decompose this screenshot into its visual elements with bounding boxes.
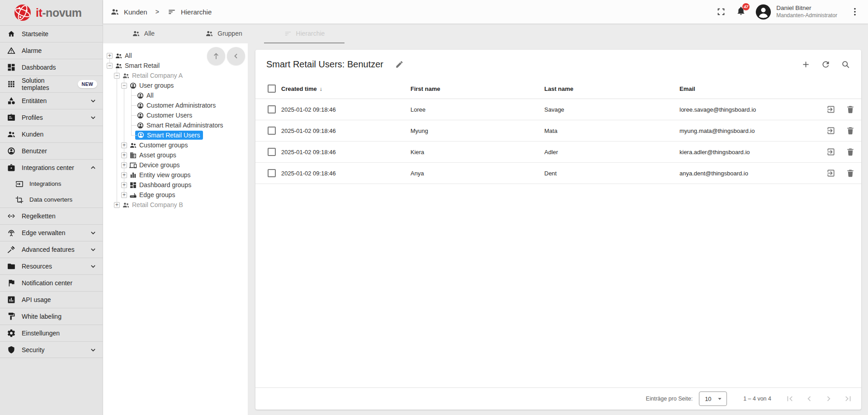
- select-all-checkbox[interactable]: [268, 85, 276, 93]
- sidebar-item-security[interactable]: Security: [0, 341, 103, 358]
- sidebar-item-notification-center[interactable]: Notification center: [0, 274, 103, 291]
- sidebar-item-integrations[interactable]: Integrations: [0, 176, 103, 192]
- table-row[interactable]: 2025-01-02 09:18:46 Anya Dent anya.dent@…: [255, 163, 861, 184]
- tree-node-entity-view-groups[interactable]: Entity view groups: [103, 170, 248, 180]
- folder-icon: [7, 262, 16, 271]
- sidebar-item-entitaeten[interactable]: Entitäten: [0, 92, 103, 109]
- more-menu-button[interactable]: [850, 7, 860, 17]
- tree-node-device-groups[interactable]: Device groups: [103, 160, 248, 170]
- login-as-user-button[interactable]: [826, 126, 835, 135]
- pencil-icon: [395, 60, 404, 69]
- sidebar-item-einstellungen[interactable]: Einstellungen: [0, 325, 103, 341]
- tree-expand-icon[interactable]: [121, 142, 127, 148]
- tree-node-customer-users[interactable]: Customer Users: [103, 110, 248, 120]
- sidebar-item-api-usage[interactable]: API usage: [0, 291, 103, 308]
- email-cell: loree.savage@thingsboard.io: [679, 106, 811, 113]
- tree-expand-icon[interactable]: [121, 152, 127, 158]
- table-row[interactable]: 2025-01-02 09:18:46 Myung Mata myung.mat…: [255, 120, 861, 141]
- last-name-cell: Savage: [544, 106, 679, 113]
- sidebar-item-advanced-features[interactable]: Advanced features: [0, 241, 103, 258]
- tab-hierarchie[interactable]: Hierarchie: [264, 24, 344, 43]
- prev-page-button[interactable]: [804, 394, 814, 404]
- breadcrumb-kunden[interactable]: Kunden: [124, 8, 147, 16]
- column-header-first-name[interactable]: First name: [410, 85, 544, 92]
- sidebar-item-alarme[interactable]: Alarme: [0, 42, 103, 59]
- sidebar-item-integrations-center[interactable]: Integrations center: [0, 159, 103, 176]
- table-row[interactable]: 2025-01-02 09:18:46 Loree Savage loree.s…: [255, 99, 861, 120]
- tree-node-smart-retail[interactable]: Smart Retail: [103, 61, 248, 71]
- fullscreen-button[interactable]: [716, 7, 726, 17]
- tree-node-user-groups[interactable]: User groups: [103, 80, 248, 90]
- sidebar-item-kunden[interactable]: Kunden: [0, 126, 103, 142]
- sidebar-item-resources[interactable]: Resources: [0, 258, 103, 274]
- tree-expand-icon[interactable]: [121, 192, 127, 198]
- tree-expand-icon[interactable]: [107, 53, 113, 59]
- email-cell: kiera.adler@thingsboard.io: [679, 149, 811, 156]
- tree-node-asset-groups[interactable]: Asset groups: [103, 150, 248, 160]
- tree-node-customer-groups[interactable]: Customer groups: [103, 140, 248, 150]
- column-header-email[interactable]: Email: [679, 85, 811, 92]
- sidebar-item-startseite[interactable]: Startseite: [0, 25, 103, 42]
- delete-user-button[interactable]: [846, 126, 855, 135]
- first-name-cell: Anya: [410, 170, 544, 177]
- tree-node-dashboard-groups[interactable]: Dashboard groups: [103, 180, 248, 190]
- row-checkbox[interactable]: [268, 148, 276, 156]
- tree-expand-icon[interactable]: [121, 162, 127, 168]
- sidebar-item-solution-templates[interactable]: Solution templatesNEW: [0, 75, 103, 92]
- delete-user-button[interactable]: [846, 105, 855, 114]
- tree-node-all-root[interactable]: All: [103, 51, 248, 61]
- tree-expand-icon[interactable]: [121, 182, 127, 188]
- delete-user-button[interactable]: [846, 169, 855, 178]
- tab-gruppen[interactable]: Gruppen: [184, 24, 264, 43]
- tree-collapse-icon[interactable]: [114, 73, 120, 79]
- user-name: Daniel Bitner: [776, 5, 837, 12]
- chevron-down-icon: [89, 97, 97, 105]
- page-size-select[interactable]: 10: [699, 391, 727, 406]
- tree-node-smart-retail-users-selected[interactable]: Smart Retail Users: [103, 130, 248, 140]
- tree-expand-icon[interactable]: [121, 172, 127, 178]
- add-user-button[interactable]: [801, 60, 811, 69]
- row-checkbox[interactable]: [268, 127, 276, 135]
- fullscreen-icon: [716, 7, 726, 17]
- tree-expand-icon[interactable]: [114, 202, 120, 208]
- avatar[interactable]: [755, 4, 772, 20]
- next-page-button[interactable]: [824, 394, 834, 404]
- login-as-user-button[interactable]: [826, 147, 835, 156]
- delete-user-button[interactable]: [846, 147, 855, 156]
- items-per-page-label: Einträge pro Seite:: [646, 396, 693, 402]
- tab-alle[interactable]: Alle: [103, 24, 184, 43]
- sidebar-item-white-labeling[interactable]: White labeling: [0, 308, 103, 325]
- sidebar-item-dashboards[interactable]: Dashboards: [0, 59, 103, 75]
- sidebar-item-regelketten[interactable]: Regelketten: [0, 208, 103, 224]
- tree-node-customer-administrators[interactable]: Customer Administrators: [103, 100, 248, 110]
- tree-node-edge-groups[interactable]: Edge groups: [103, 190, 248, 200]
- column-header-last-name[interactable]: Last name: [544, 85, 679, 92]
- login-as-user-button[interactable]: [826, 169, 835, 178]
- chevron-down-icon: [89, 346, 97, 354]
- sort-desc-icon: ↓: [320, 86, 322, 92]
- tree-collapse-icon[interactable]: [107, 63, 113, 69]
- sidebar-item-edge-verwalten[interactable]: Edge verwalten: [0, 224, 103, 241]
- tree-node-all-users[interactable]: All: [103, 90, 248, 100]
- column-header-created-time[interactable]: Created time↓: [281, 85, 410, 92]
- edit-title-button[interactable]: [395, 60, 404, 69]
- first-page-button[interactable]: [785, 394, 795, 404]
- table-row[interactable]: 2025-01-02 09:18:46 Kiera Adler kiera.ad…: [255, 141, 861, 163]
- refresh-button[interactable]: [821, 60, 830, 69]
- row-checkbox[interactable]: [268, 169, 276, 177]
- sidebar-item-benutzer[interactable]: Benutzer: [0, 142, 103, 159]
- tree-collapse-icon[interactable]: [121, 83, 127, 89]
- entity-tree: All Smart Retail Retail Company A User g…: [103, 43, 248, 210]
- sidebar-item-data-converters[interactable]: Data converters: [0, 192, 103, 208]
- brand-logo[interactable]: it-novum: [0, 0, 103, 25]
- last-page-button[interactable]: [843, 394, 853, 404]
- login-as-user-button[interactable]: [826, 105, 835, 114]
- sidebar-item-profiles[interactable]: Profiles: [0, 109, 103, 126]
- tree-node-retail-company-b[interactable]: Retail Company B: [103, 200, 248, 210]
- notifications-button[interactable]: 47: [736, 6, 746, 18]
- user-info[interactable]: Daniel Bitner Mandanten-Administrator: [776, 5, 837, 19]
- row-checkbox[interactable]: [268, 105, 276, 113]
- search-button[interactable]: [841, 60, 850, 69]
- tree-node-smart-retail-administrators[interactable]: Smart Retail Administrators: [103, 120, 248, 130]
- tree-node-retail-company-a[interactable]: Retail Company A: [103, 71, 248, 80]
